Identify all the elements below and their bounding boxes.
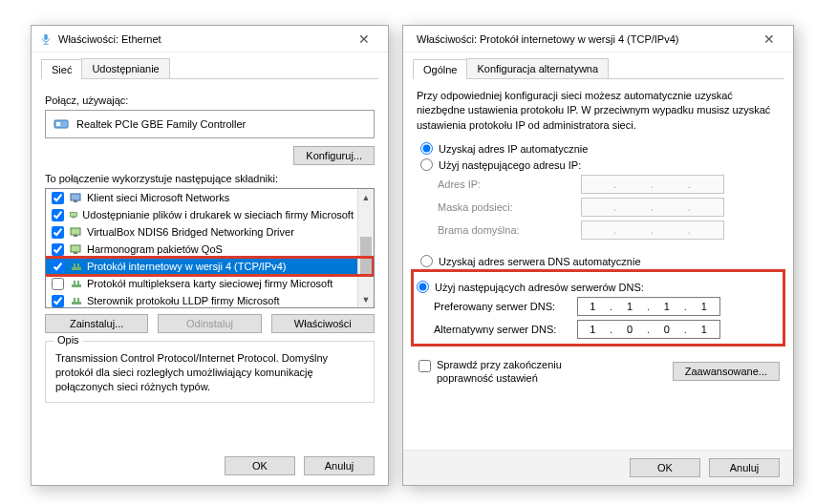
description-group: Opis Transmission Control Protocol/Inter… <box>45 341 375 403</box>
svg-rect-21 <box>77 298 79 302</box>
radio-dns-manual-label: Użyj następujących adresów serwerów DNS: <box>435 282 644 293</box>
svg-rect-11 <box>71 245 80 252</box>
radio-ip-manual[interactable]: Użyj następującego adresu IP: <box>420 158 780 171</box>
list-item[interactable]: Udostępnianie plików i drukarek w siecia… <box>46 206 357 223</box>
share-icon <box>70 226 83 238</box>
radio-ip-auto-label: Uzyskaj adres IP automatycznie <box>439 143 588 155</box>
pref-dns-input[interactable]: 1. 1. 1. 1 <box>577 297 720 316</box>
radio-ip-auto[interactable]: Uzyskaj adres IP automatycznie <box>420 142 780 155</box>
list-item[interactable]: Protokół multipleksera karty sieciowej f… <box>46 275 357 292</box>
validate-checkbox-wrap[interactable]: Sprawdź przy zakończeniu poprawność usta… <box>417 358 673 386</box>
radio-ip-manual-label: Użyj następującego adresu IP: <box>439 159 581 171</box>
list-item-checkbox[interactable] <box>52 278 64 290</box>
radio-dns-auto[interactable]: Uzyskaj adres serwera DNS automatycznie <box>420 255 780 267</box>
app-icon <box>39 32 53 46</box>
dialog-body: Połącz, używając: Realtek PCIe GBE Famil… <box>32 79 388 418</box>
scroll-thumb[interactable] <box>360 237 372 275</box>
dialog-title: Właściwości: Ethernet <box>54 33 348 45</box>
install-button[interactable]: Zainstaluj... <box>45 314 148 333</box>
configure-button[interactable]: Konfiguruj... <box>293 146 375 165</box>
proto-icon <box>70 295 83 306</box>
info-text: Przy odpowiedniej konfiguracji sieci moż… <box>417 89 780 133</box>
tab-network[interactable]: Sieć <box>41 59 82 79</box>
ok-button[interactable]: OK <box>225 456 295 475</box>
radio-dns-auto-label: Uzyskaj adres serwera DNS automatycznie <box>439 256 641 267</box>
list-item-checkbox[interactable] <box>52 192 64 204</box>
adapter-icon <box>54 116 71 132</box>
titlebar[interactable]: Właściwości: Ethernet ✕ <box>32 26 388 52</box>
tab-alt-config[interactable]: Konfiguracja alternatywna <box>466 58 609 78</box>
ethernet-properties-dialog: Właściwości: Ethernet ✕ Sieć Udostępnian… <box>31 25 389 486</box>
dialog-title: Właściwości: Protokół internetowy w wers… <box>411 33 753 45</box>
pref-dns-label: Preferowany serwer DNS: <box>434 301 577 312</box>
ok-button[interactable]: OK <box>630 458 700 477</box>
validate-label: Sprawdź przy zakończeniu poprawność usta… <box>437 358 618 386</box>
dialog-footer: OK Anuluj <box>32 447 388 485</box>
radio-ip-manual-input[interactable] <box>420 158 433 171</box>
cancel-button[interactable]: Anuluj <box>709 458 780 477</box>
adapter-name: Realtek PCIe GBE Family Controller <box>76 118 246 130</box>
close-button[interactable]: ✕ <box>753 32 785 47</box>
close-button[interactable]: ✕ <box>348 32 380 47</box>
field-ip-address: Adres IP: ... <box>438 175 780 194</box>
list-item-label: VirtualBox NDIS6 Bridged Networking Driv… <box>87 226 294 238</box>
components-label: To połączenie wykorzystuje następujące s… <box>45 173 375 184</box>
scrollbar[interactable]: ▲ ▼ <box>357 189 374 307</box>
list-item-checkbox[interactable] <box>52 226 64 239</box>
field-pref-dns: Preferowany serwer DNS: 1. 1. 1. 1 <box>434 297 780 316</box>
list-item-label: Udostępnianie plików i drukarek w siecia… <box>82 209 354 220</box>
share-icon <box>70 209 78 220</box>
tabstrip: Sieć Udostępnianie <box>41 58 378 79</box>
description-text: Transmission Control Protocol/Internet P… <box>55 351 364 394</box>
svg-rect-12 <box>74 252 77 254</box>
svg-rect-9 <box>71 228 80 235</box>
list-item-label: Protokół internetowy w wersji 4 (TCP/IPv… <box>87 261 286 272</box>
svg-rect-17 <box>74 281 75 284</box>
svg-rect-8 <box>73 217 75 218</box>
field-gateway: Brama domyślna: ... <box>438 220 780 240</box>
radio-dns-manual[interactable]: Użyj następujących adresów serwerów DNS: <box>417 281 780 293</box>
tab-sharing[interactable]: Udostępnianie <box>81 58 169 78</box>
radio-ip-auto-input[interactable] <box>420 142 433 155</box>
tcpipv4-properties-dialog: Właściwości: Protokół internetowy w wers… <box>402 25 794 486</box>
dialog-body: Przy odpowiedniej konfiguracji sieci moż… <box>403 79 793 395</box>
description-title: Opis <box>54 334 83 346</box>
ip-address-label: Adres IP: <box>438 178 581 190</box>
dialog-footer: OK Anuluj <box>403 450 793 485</box>
list-item[interactable]: VirtualBox NDIS6 Bridged Networking Driv… <box>46 223 357 241</box>
list-item[interactable]: Sterownik protokołu LLDP firmy Microsoft <box>46 292 357 307</box>
svg-rect-18 <box>77 281 79 284</box>
cancel-button[interactable]: Anuluj <box>304 456 375 475</box>
svg-rect-10 <box>74 235 77 237</box>
uninstall-button: Odinstaluj <box>158 314 261 333</box>
radio-dns-auto-input[interactable] <box>420 255 433 267</box>
list-item[interactable]: Protokół internetowy w wersji 4 (TCP/IPv… <box>46 258 357 275</box>
list-item[interactable]: Klient sieci Microsoft Networks <box>46 189 357 206</box>
field-subnet-mask: Maska podsieci: ... <box>438 198 780 217</box>
list-item[interactable]: Harmonogram pakietów QoS <box>46 241 357 258</box>
svg-rect-6 <box>74 200 77 202</box>
adapter-field[interactable]: Realtek PCIe GBE Family Controller <box>45 110 375 138</box>
components-list[interactable]: Klient sieci Microsoft NetworksUdostępni… <box>45 188 375 308</box>
validate-checkbox[interactable] <box>418 360 431 372</box>
scroll-up-icon[interactable]: ▲ <box>358 189 374 205</box>
proto-icon <box>70 278 83 289</box>
radio-dns-manual-input[interactable] <box>417 281 429 293</box>
properties-button[interactable]: Właściwości <box>271 314 375 333</box>
connect-using-label: Połącz, używając: <box>45 94 375 106</box>
scroll-down-icon[interactable]: ▼ <box>358 291 374 307</box>
tab-general[interactable]: Ogólne <box>413 59 467 79</box>
list-item-checkbox[interactable] <box>52 243 64 256</box>
client-icon <box>70 192 83 203</box>
svg-rect-20 <box>74 298 75 302</box>
list-item-checkbox[interactable] <box>52 261 64 273</box>
titlebar[interactable]: Właściwości: Protokół internetowy w wers… <box>403 26 793 52</box>
advanced-button[interactable]: Zaawansowane... <box>673 362 780 381</box>
alt-dns-input[interactable]: 1. 0. 0. 1 <box>577 320 720 339</box>
list-item-checkbox[interactable] <box>52 209 64 221</box>
list-item-checkbox[interactable] <box>52 295 64 307</box>
svg-rect-5 <box>71 194 80 200</box>
subnet-mask-label: Maska podsieci: <box>438 201 581 213</box>
alt-dns-label: Alternatywny serwer DNS: <box>434 324 577 335</box>
svg-rect-13 <box>72 267 81 270</box>
